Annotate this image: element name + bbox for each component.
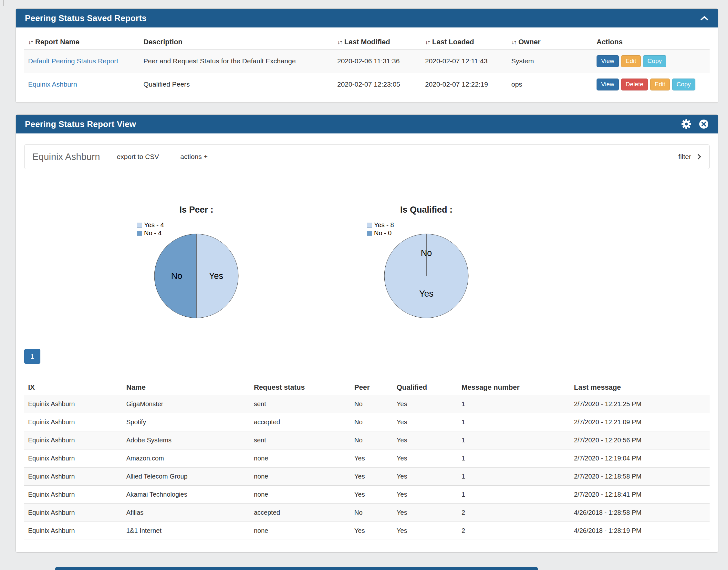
chart-title: Is Qualified : [311, 205, 541, 215]
cell-peer: Yes [350, 522, 393, 540]
column-label: Owner [518, 38, 540, 46]
cell-name: Allied Telecom Group [122, 468, 250, 486]
saved-reports-rows: Default Peering Status ReportPeer and Re… [24, 50, 710, 96]
column-header-description: Description [139, 35, 333, 50]
next-panel-header-fragment [55, 567, 538, 570]
column-label: Description [143, 38, 182, 46]
report-table-row: Equinix AshburnAkamai TechnologiesnoneYe… [24, 486, 710, 504]
chevron-up-icon [700, 15, 709, 21]
cell-peer: No [350, 413, 393, 432]
sort-icon: ↓↑ [337, 39, 342, 46]
cell-message-number: 1 [458, 450, 570, 468]
copy-button[interactable]: Copy [643, 55, 666, 67]
cell-request-status: none [250, 522, 350, 540]
sort-icon: ↓↑ [425, 39, 430, 46]
cell-request-status: accepted [250, 413, 350, 432]
legend-swatch [137, 231, 142, 236]
pie-svg: YesNo [383, 232, 470, 320]
report-toolbar: Equinix Ashburn export to CSV actions + … [24, 145, 710, 169]
pagination-page-button[interactable]: 1 [24, 349, 40, 364]
last-modified-cell: 2020-02-07 12:23:05 [333, 73, 421, 96]
report-table-row: Equinix AshburnSpotifyacceptedNoYes12/7/… [24, 413, 710, 432]
column-header-last-modified[interactable]: ↓↑Last Modified [333, 35, 421, 50]
pie-slice-label: No [421, 248, 432, 258]
cell-qualified: Yes [393, 522, 458, 540]
saved-reports-table: ↓↑Report NameDescription↓↑Last Modified↓… [24, 35, 710, 96]
cell-qualified: Yes [393, 450, 458, 468]
view-button[interactable]: View [597, 78, 619, 90]
delete-button[interactable]: Delete [621, 78, 648, 90]
last-modified-cell: 2020-02-06 11:31:36 [333, 50, 421, 73]
cell-name: Amazon.com [122, 450, 250, 468]
edit-button[interactable]: Edit [650, 78, 670, 90]
filter-link[interactable]: filter [678, 153, 702, 161]
report-table-rows: Equinix AshburnGigaMonstersentNoYes12/7/… [24, 395, 710, 540]
cell-request-status: sent [250, 395, 350, 413]
report-description-cell: Qualified Peers [139, 73, 333, 96]
collapse-panel-button[interactable] [700, 15, 709, 21]
report-table-row: Equinix AshburnGigaMonstersentNoYes12/7/… [24, 395, 710, 413]
column-header-report-name[interactable]: ↓↑Report Name [24, 35, 139, 50]
cell-peer: No [350, 395, 393, 413]
cell-last-message: 4/26/2018 - 1:28:58 PM [570, 504, 710, 522]
chart-title: Is Peer : [81, 205, 311, 215]
close-circle-icon [699, 119, 709, 129]
report-name-cell: Equinix Ashburn [24, 73, 139, 96]
actions-cell: ViewEditCopy [593, 50, 710, 73]
export-to-csv-link[interactable]: export to CSV [117, 153, 159, 161]
cell-last-message: 2/7/2020 - 12:21:25 PM [570, 395, 710, 413]
column-header-owner[interactable]: ↓↑Owner [508, 35, 593, 50]
settings-button[interactable] [681, 119, 692, 129]
actions-menu-link[interactable]: actions + [180, 153, 208, 161]
column-header-message-number: Message number [458, 380, 570, 395]
saved-reports-panel-title: Peering Status Saved Reports [25, 13, 693, 23]
copy-button[interactable]: Copy [672, 78, 695, 90]
edit-button[interactable]: Edit [621, 55, 641, 67]
column-header-qualified: Qualified [393, 380, 458, 395]
cell-request-status: none [250, 486, 350, 504]
cell-ix: Equinix Ashburn [24, 395, 122, 413]
column-header-last-message: Last message [570, 380, 710, 395]
close-report-button[interactable] [699, 119, 709, 129]
legend-item: Yes - 8 [367, 221, 394, 229]
column-header-peer: Peer [350, 380, 393, 395]
cell-peer: Yes [350, 468, 393, 486]
pie-svg: YesNo [152, 232, 240, 320]
saved-reports-panel: Peering Status Saved Reports ↓↑Report Na… [15, 8, 718, 103]
column-label: Actions [597, 38, 623, 46]
report-table-row: Equinix AshburnAfiliasacceptedNoYes24/26… [24, 504, 710, 522]
cell-message-number: 1 [458, 432, 570, 450]
pie-slice-label: Yes [419, 289, 434, 299]
cell-last-message: 2/7/2020 - 12:21:09 PM [570, 413, 710, 432]
cell-peer: No [350, 504, 393, 522]
column-header-last-loaded[interactable]: ↓↑Last Loaded [421, 35, 508, 50]
cell-qualified: Yes [393, 468, 458, 486]
saved-reports-header-row: ↓↑Report NameDescription↓↑Last Modified↓… [24, 35, 710, 50]
legend-swatch [367, 231, 372, 236]
report-table-row: Equinix AshburnAdobe SystemssentNoYes12/… [24, 432, 710, 450]
cell-last-message: 2/7/2020 - 12:18:41 PM [570, 486, 710, 504]
saved-report-link[interactable]: Equinix Ashburn [28, 80, 77, 88]
column-header-ix: IX [24, 380, 122, 395]
filter-label: filter [678, 153, 691, 161]
saved-report-link[interactable]: Default Peering Status Report [28, 57, 118, 65]
column-header-name: Name [122, 380, 250, 395]
column-label: Last Modified [344, 38, 390, 46]
chevron-right-icon [696, 154, 701, 160]
report-name-cell: Default Peering Status Report [24, 50, 139, 73]
charts-row: Is Peer :Yes - 4No - 4YesNoIs Qualified … [81, 205, 718, 325]
cell-message-number: 2 [458, 504, 570, 522]
saved-reports-panel-header: Peering Status Saved Reports [16, 9, 718, 27]
cell-request-status: accepted [250, 504, 350, 522]
view-button[interactable]: View [597, 55, 619, 67]
cell-qualified: Yes [393, 395, 458, 413]
cell-message-number: 1 [458, 486, 570, 504]
pie-chart-is-peer: Is Peer :Yes - 4No - 4YesNo [81, 205, 311, 325]
sort-icon: ↓↑ [28, 39, 33, 46]
report-table-row: Equinix Ashburn1&1 InternetnoneYesYes24/… [24, 522, 710, 540]
cell-ix: Equinix Ashburn [24, 522, 122, 540]
cell-ix: Equinix Ashburn [24, 504, 122, 522]
cell-name: Akamai Technologies [122, 486, 250, 504]
cell-message-number: 1 [458, 413, 570, 432]
cell-peer: No [350, 432, 393, 450]
